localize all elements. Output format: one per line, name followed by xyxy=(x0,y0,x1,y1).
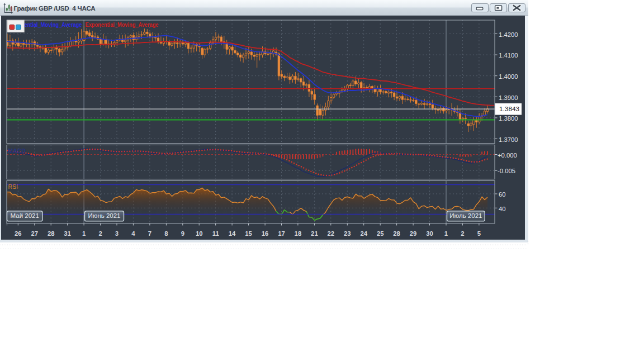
svg-text:8: 8 xyxy=(164,230,168,237)
svg-text:31: 31 xyxy=(64,230,71,237)
svg-text:24: 24 xyxy=(360,230,367,237)
svg-text:29: 29 xyxy=(410,230,417,237)
svg-text:11: 11 xyxy=(212,230,219,237)
svg-text:26: 26 xyxy=(15,230,22,237)
svg-text:21: 21 xyxy=(311,230,318,237)
svg-text:14: 14 xyxy=(229,230,236,237)
svg-text:1: 1 xyxy=(82,230,86,237)
svg-text:18: 18 xyxy=(295,230,302,237)
svg-text:2: 2 xyxy=(98,230,102,237)
svg-text:+0.000: +0.000 xyxy=(498,152,517,159)
svg-text:28: 28 xyxy=(48,230,55,237)
svg-text:25: 25 xyxy=(377,230,384,237)
svg-text:30: 30 xyxy=(426,230,433,237)
svg-text:1.3800: 1.3800 xyxy=(499,115,518,122)
svg-text:1.4200: 1.4200 xyxy=(499,31,518,38)
svg-text:22: 22 xyxy=(328,230,335,237)
svg-text:27: 27 xyxy=(31,230,39,237)
svg-text:10: 10 xyxy=(196,230,203,237)
svg-text:9: 9 xyxy=(181,230,184,237)
svg-text:2: 2 xyxy=(461,230,464,237)
svg-text:7: 7 xyxy=(148,230,151,237)
svg-text:ential_Moving_Average: ential_Moving_Average xyxy=(25,21,82,28)
svg-text:Май 2021: Май 2021 xyxy=(11,212,39,219)
svg-text:1.4100: 1.4100 xyxy=(499,52,518,59)
svg-text:4: 4 xyxy=(131,230,135,237)
svg-text:1.3900: 1.3900 xyxy=(499,94,518,101)
svg-text:Июль 2021: Июль 2021 xyxy=(449,212,482,219)
svg-text:3: 3 xyxy=(115,230,119,237)
svg-text:1: 1 xyxy=(444,230,448,237)
svg-text:-0.005: -0.005 xyxy=(498,168,515,174)
svg-text:40: 40 xyxy=(499,206,506,212)
svg-text:1.3843: 1.3843 xyxy=(499,105,520,113)
svg-text:5: 5 xyxy=(477,230,481,237)
svg-text:17: 17 xyxy=(278,230,285,237)
svg-text:15: 15 xyxy=(245,230,252,237)
svg-text:28: 28 xyxy=(393,230,400,237)
svg-text:60: 60 xyxy=(499,191,506,198)
svg-text:Exponential_Moving_Average: Exponential_Moving_Average xyxy=(86,21,159,28)
svg-text:MACD: MACD xyxy=(8,147,26,154)
svg-text:1.4000: 1.4000 xyxy=(499,73,518,80)
svg-text:Июнь 2021: Июнь 2021 xyxy=(88,212,120,219)
svg-text:RSI: RSI xyxy=(8,183,18,190)
svg-text:23: 23 xyxy=(344,230,351,237)
svg-text:1.3700: 1.3700 xyxy=(499,136,518,143)
svg-text:16: 16 xyxy=(262,230,269,237)
